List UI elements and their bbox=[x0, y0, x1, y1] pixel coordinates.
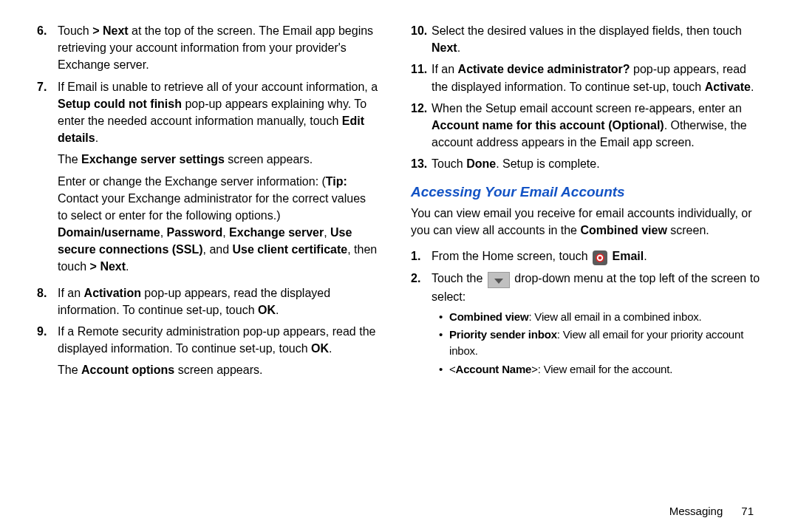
body-text: , bbox=[222, 226, 229, 239]
bold-text: > Next bbox=[92, 24, 128, 37]
body-text: . bbox=[457, 41, 460, 54]
bullet-text: Priority sender inbox: View all email fo… bbox=[449, 327, 761, 359]
list-main-text: From the Home screen, touch Email. bbox=[432, 248, 761, 265]
list-item: 6.Touch > Next at the top of the screen.… bbox=[37, 22, 378, 74]
bold-text: OK bbox=[311, 342, 329, 355]
list-body: When the Setup email account screen re-a… bbox=[432, 100, 761, 151]
body-text: Touch bbox=[58, 24, 92, 37]
bold-text: Email bbox=[613, 250, 644, 262]
list-number: 12. bbox=[411, 100, 432, 151]
svg-point-2 bbox=[598, 256, 602, 260]
footer-section: Messaging bbox=[669, 505, 723, 517]
list-body: If Email is unable to retrieve all of yo… bbox=[58, 78, 378, 280]
body-text: , bbox=[160, 226, 167, 239]
right-ordered-list-continued: 10.Select the desired values in the disp… bbox=[411, 22, 761, 173]
body-text: screen. bbox=[667, 224, 709, 236]
bullet-item: •Combined view: View all email in a comb… bbox=[439, 309, 761, 325]
list-number: 8. bbox=[37, 284, 58, 318]
list-body: Touch Done. Setup is complete. bbox=[432, 155, 761, 172]
body-text: The bbox=[58, 153, 81, 166]
list-number: 7. bbox=[37, 78, 58, 280]
list-main-text: Touch Done. Setup is complete. bbox=[432, 155, 761, 172]
list-item: 13.Touch Done. Setup is complete. bbox=[411, 155, 761, 172]
svg-marker-3 bbox=[494, 279, 503, 284]
list-item: 9.If a Remote security administration po… bbox=[37, 323, 378, 383]
list-main-text: If an Activation pop-up appears, read th… bbox=[58, 284, 378, 318]
body-text: The bbox=[58, 364, 81, 376]
list-body: Select the desired values in the display… bbox=[432, 22, 761, 56]
list-number: 11. bbox=[411, 61, 432, 95]
bold-text: Account options bbox=[81, 364, 174, 376]
body-text: If an bbox=[432, 63, 458, 75]
body-text: >: View email for the account. bbox=[531, 363, 672, 375]
body-text: Contact your Exchange administrator for … bbox=[58, 192, 366, 222]
body-text: Enter or change the Exchange server info… bbox=[58, 175, 326, 188]
body-text: screen appears. bbox=[225, 153, 313, 166]
list-main-text: If an Activate device administrator? pop… bbox=[432, 61, 761, 95]
bullet-item: •Priority sender inbox: View all email f… bbox=[439, 327, 761, 359]
body-text: . bbox=[329, 342, 332, 355]
list-number: 9. bbox=[37, 323, 58, 383]
bullet-dot: • bbox=[439, 327, 449, 359]
list-number: 2. bbox=[411, 270, 432, 379]
list-body: If an Activate device administrator? pop… bbox=[432, 61, 761, 95]
list-sub-paragraph: The Exchange server settings screen appe… bbox=[58, 151, 378, 168]
list-body: From the Home screen, touch Email. bbox=[432, 248, 761, 265]
bullet-dot: • bbox=[439, 361, 449, 378]
list-item: 12.When the Setup email account screen r… bbox=[411, 100, 761, 151]
list-main-text: If a Remote security administration pop-… bbox=[58, 323, 378, 357]
bold-text: Exchange server bbox=[229, 226, 324, 239]
body-text: . bbox=[95, 132, 98, 144]
list-number: 13. bbox=[411, 155, 432, 172]
body-text: . bbox=[644, 250, 647, 262]
bold-text: Use client certificate bbox=[233, 243, 348, 256]
body-text: Touch bbox=[432, 157, 466, 170]
footer-page-number: 71 bbox=[741, 505, 754, 517]
bold-text: Exchange server settings bbox=[81, 153, 225, 166]
body-text: When the Setup email account screen re-a… bbox=[432, 102, 742, 115]
body-text: Touch the bbox=[432, 272, 486, 284]
bold-text: Done bbox=[466, 157, 496, 170]
list-number: 1. bbox=[411, 248, 432, 265]
list-number: 10. bbox=[411, 22, 432, 56]
list-item: 11.If an Activate device administrator? … bbox=[411, 61, 761, 95]
bold-text: Activate bbox=[705, 81, 751, 93]
bullet-text: Combined view: View all email in a combi… bbox=[449, 309, 702, 325]
bold-text: Combined view bbox=[580, 224, 666, 236]
list-item: 10.Select the desired values in the disp… bbox=[411, 22, 761, 56]
body-text: If Email is unable to retrieve all of yo… bbox=[58, 81, 378, 93]
list-item: 7.If Email is unable to retrieve all of … bbox=[37, 78, 378, 280]
page: 6.Touch > Next at the top of the screen.… bbox=[0, 0, 798, 532]
list-sub-paragraph: The Account options screen appears. bbox=[58, 361, 378, 378]
bold-text: Activation bbox=[84, 287, 141, 299]
list-body: Touch the drop-down menu at the top left… bbox=[432, 270, 761, 379]
bold-text: Account Name bbox=[456, 363, 532, 375]
body-text: : View all email in a combined inbox. bbox=[528, 310, 701, 323]
bold-text: Priority sender inbox bbox=[449, 328, 557, 341]
bold-text: > Next bbox=[90, 260, 126, 273]
body-text: Select the desired values in the display… bbox=[432, 24, 742, 37]
left-ordered-list: 6.Touch > Next at the top of the screen.… bbox=[37, 22, 378, 383]
list-main-text: When the Setup email account screen re-a… bbox=[432, 100, 761, 151]
intro-paragraph: You can view email you receive for email… bbox=[411, 205, 761, 239]
body-text: If an bbox=[58, 287, 84, 299]
list-main-text: Select the desired values in the display… bbox=[432, 22, 761, 56]
list-sub-paragraph: Enter or change the Exchange server info… bbox=[58, 173, 378, 276]
email-app-icon bbox=[593, 250, 607, 265]
list-item: 2.Touch the drop-down menu at the top le… bbox=[411, 270, 761, 379]
bold-text: Account name for this account (Optional) bbox=[432, 119, 664, 132]
section-heading: Accessing Your Email Accounts bbox=[411, 182, 761, 202]
right-ordered-list-steps: 1.From the Home screen, touch Email.2.To… bbox=[411, 248, 761, 379]
list-item: 8.If an Activation pop-up appears, read … bbox=[37, 284, 378, 318]
body-text: . Setup is complete. bbox=[496, 157, 600, 170]
list-main-text: Touch the drop-down menu at the top left… bbox=[432, 270, 761, 305]
bullet-dot: • bbox=[439, 309, 449, 325]
list-body: If an Activation pop-up appears, read th… bbox=[58, 284, 378, 318]
bold-text: Setup could not finish bbox=[58, 98, 182, 110]
bold-text: Next bbox=[432, 41, 457, 54]
list-main-text: If Email is unable to retrieve all of yo… bbox=[58, 78, 378, 147]
body-text: , and bbox=[203, 243, 233, 256]
list-body: Touch > Next at the top of the screen. T… bbox=[58, 22, 378, 74]
list-body: If a Remote security administration pop-… bbox=[58, 323, 378, 383]
list-number: 6. bbox=[37, 22, 58, 74]
